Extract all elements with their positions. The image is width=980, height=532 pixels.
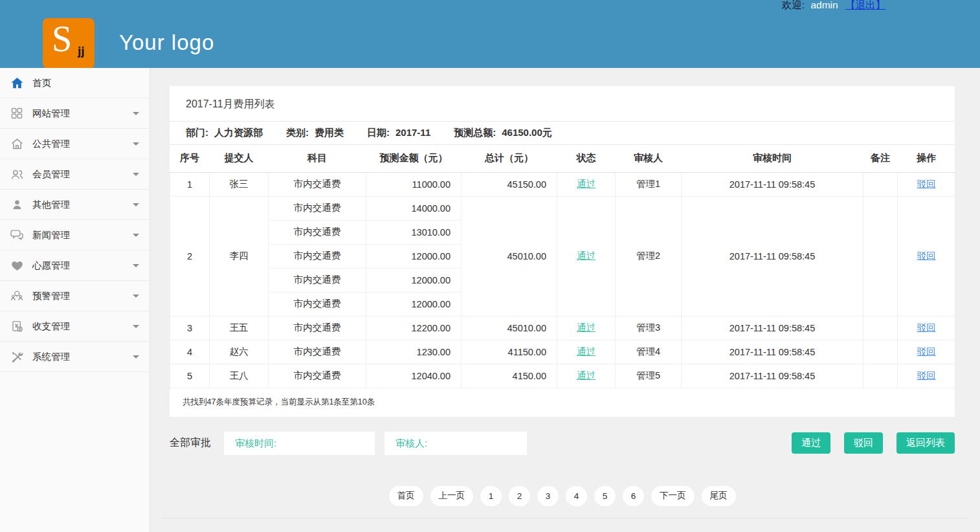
status-pass-link[interactable]: 通过 <box>577 370 596 381</box>
sidebar-item-label: 系统管理 <box>32 351 70 363</box>
pagination-1[interactable]: 1 <box>480 486 502 506</box>
cell-subject: 市内交通费 <box>269 364 366 388</box>
cell-status: 通过 <box>557 364 616 388</box>
cell-amount: 12000.00 <box>366 244 462 268</box>
pagination-next[interactable]: 下一页 <box>651 486 695 506</box>
chevron-down-icon <box>133 355 139 359</box>
sidebar-item-label: 收支管理 <box>32 320 70 333</box>
cell-subject: 市内交通费 <box>269 220 366 244</box>
pagination-first[interactable]: 首页 <box>389 486 423 506</box>
filter-label: 预测总额: <box>454 127 496 138</box>
sidebar-item-system[interactable]: 系统管理 <box>0 342 150 372</box>
status-pass-link[interactable]: 通过 <box>577 250 596 261</box>
review-time-input[interactable] <box>224 432 375 455</box>
sidebar-item-site[interactable]: 网站管理 <box>0 98 150 129</box>
cell-amount: 12000.00 <box>366 292 462 316</box>
cell-status: 通过 <box>557 316 616 340</box>
reject-link[interactable]: 驳回 <box>917 346 936 357</box>
cell-amount: 12000.00 <box>366 268 462 292</box>
sidebar-item-finance[interactable]: 收支管理 <box>0 311 150 342</box>
bottom-divider <box>162 518 968 518</box>
chevron-down-icon <box>133 294 139 298</box>
pagination-5[interactable]: 5 <box>594 486 616 506</box>
cell-action: 驳回 <box>898 340 955 364</box>
pagination-last[interactable]: 尾页 <box>702 486 736 506</box>
approval-buttons: 通过 驳回 返回列表 <box>792 432 955 454</box>
grid-icon <box>8 107 25 120</box>
pagination-3[interactable]: 3 <box>537 486 559 506</box>
cell-time: 2017-11-11 09:58:45 <box>682 196 863 316</box>
column-header: 总计（元） <box>462 145 557 172</box>
sidebar-item-other[interactable]: 其他管理 <box>0 190 150 220</box>
cell-total: 4150.00 <box>462 364 557 388</box>
sidebar-item-public[interactable]: 公共管理 <box>0 129 150 159</box>
cell-submitter: 王五 <box>210 316 269 340</box>
sidebar-item-wish[interactable]: 心愿管理 <box>0 250 150 281</box>
alert-icon <box>8 289 25 303</box>
cell-remark <box>863 340 898 364</box>
cell-amount: 11000.00 <box>366 172 462 196</box>
reject-link[interactable]: 驳回 <box>917 370 936 381</box>
filter-group: 部门:人力资源部 <box>186 127 263 139</box>
table-row: 1张三市内交通费11000.0045150.00通过管理12017-11-11 … <box>170 172 955 196</box>
logout-link[interactable]: 【退出】 <box>845 0 885 10</box>
filter-value: 2017-11 <box>395 127 430 138</box>
pagination-prev[interactable]: 上一页 <box>430 486 474 506</box>
pagination-6[interactable]: 6 <box>623 486 644 506</box>
cell-action: 驳回 <box>898 196 955 316</box>
filter-group: 类别:费用类 <box>286 127 344 139</box>
cell-reviewer: 管理3 <box>616 316 682 340</box>
back-to-list-button[interactable]: 返回列表 <box>896 432 955 454</box>
heart-icon <box>8 259 25 272</box>
welcome-label: 欢迎: <box>782 0 805 10</box>
sidebar-item-members[interactable]: 会员管理 <box>0 159 150 190</box>
cell-reviewer: 管理1 <box>616 172 682 196</box>
sidebar-item-home[interactable]: 首页 <box>0 68 150 98</box>
approve-button[interactable]: 通过 <box>792 432 830 454</box>
cell-status: 通过 <box>557 196 616 316</box>
cell-no: 4 <box>170 340 210 364</box>
cell-status: 通过 <box>557 340 616 364</box>
column-header: 序号 <box>170 145 210 172</box>
filter-label: 类别: <box>286 127 309 138</box>
cell-subject: 市内交通费 <box>269 172 366 196</box>
logo-badge-sub: jj <box>78 44 85 58</box>
main-content: 2017-11月费用列表 部门:人力资源部类别:费用类日期:2017-11预测总… <box>150 68 980 532</box>
chevron-down-icon <box>133 325 139 328</box>
column-header: 预测金额（元） <box>366 145 462 172</box>
status-pass-link[interactable]: 通过 <box>577 346 596 357</box>
reject-link[interactable]: 驳回 <box>917 322 936 333</box>
pagination-4[interactable]: 4 <box>566 486 587 506</box>
filter-value: 费用类 <box>315 127 344 138</box>
cell-reviewer: 管理5 <box>616 364 682 388</box>
cell-reviewer: 管理4 <box>616 340 682 364</box>
table-row: 3王五市内交通费12200.0045010.00通过管理32017-11-11 … <box>170 316 955 340</box>
chat-icon <box>8 228 25 242</box>
filter-value: 46150.00元 <box>502 127 552 138</box>
column-header: 状态 <box>557 145 616 172</box>
cell-remark <box>863 196 898 316</box>
status-pass-link[interactable]: 通过 <box>577 322 596 333</box>
chevron-down-icon <box>133 112 139 115</box>
reject-link[interactable]: 驳回 <box>917 179 936 189</box>
cell-subject: 市内交通费 <box>269 244 366 268</box>
reject-button[interactable]: 驳回 <box>844 432 883 454</box>
cell-remark <box>863 364 898 388</box>
reject-link[interactable]: 驳回 <box>917 250 936 261</box>
sidebar-item-news[interactable]: 新闻管理 <box>0 220 150 250</box>
logo-badge: S jj <box>43 18 95 69</box>
status-pass-link[interactable]: 通过 <box>577 179 596 189</box>
sidebar-item-label: 新闻管理 <box>32 229 70 241</box>
sidebar-menu: 首页网站管理公共管理会员管理其他管理新闻管理心愿管理预警管理收支管理系统管理 <box>0 68 150 372</box>
sidebar-item-warning[interactable]: 预警管理 <box>0 281 150 311</box>
cell-no: 3 <box>170 316 210 340</box>
sidebar-item-label: 其他管理 <box>32 199 70 211</box>
column-header: 审核人 <box>616 145 682 172</box>
filter-label: 日期: <box>367 127 390 138</box>
cell-no: 2 <box>170 196 210 316</box>
pagination-2[interactable]: 2 <box>509 486 530 506</box>
reviewer-input[interactable] <box>384 432 527 455</box>
tools-icon <box>8 350 25 364</box>
table-row: 2李四市内交通费14000.0045010.00通过管理22017-11-11 … <box>170 196 955 220</box>
chevron-down-icon <box>133 173 139 176</box>
